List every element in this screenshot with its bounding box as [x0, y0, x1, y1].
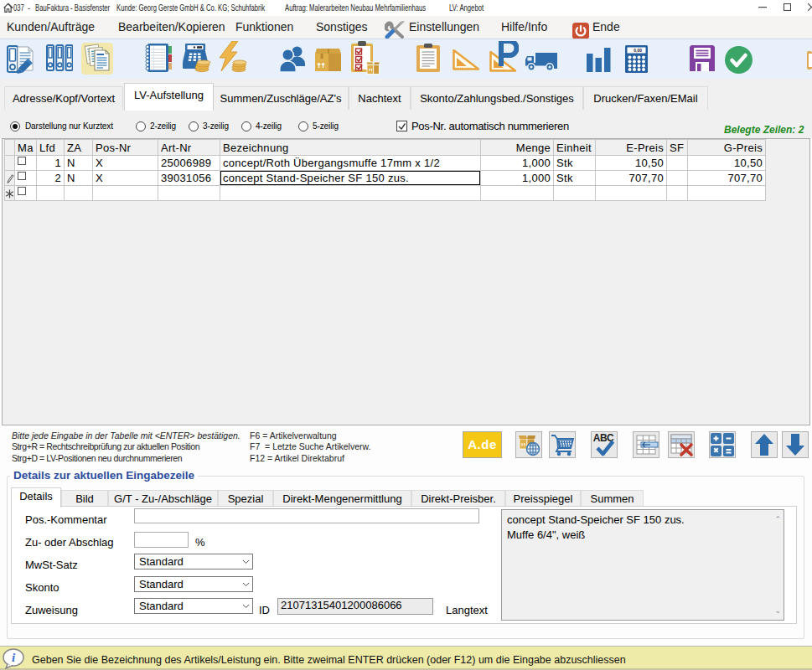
svg-text:0,00: 0,00	[634, 48, 642, 53]
